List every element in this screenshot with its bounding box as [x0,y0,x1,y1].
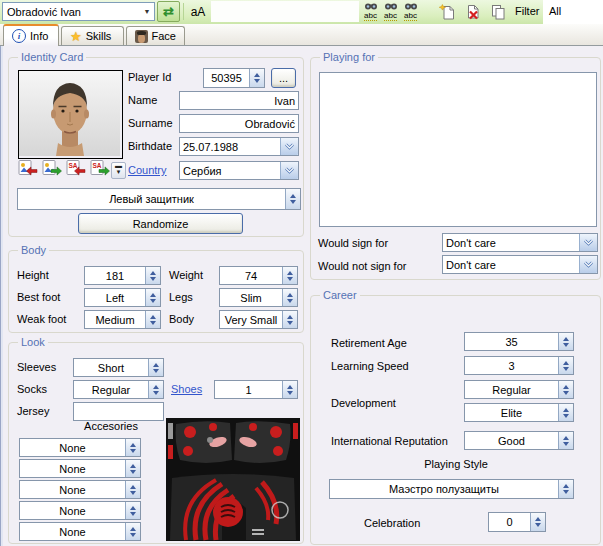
player-id-label: Player Id [128,71,171,83]
weight-spinner[interactable] [282,267,297,284]
playing-for-listbox[interactable] [319,72,597,227]
info-icon: i [12,29,26,43]
country-link[interactable]: Country [128,164,167,176]
shoes-spinner[interactable] [282,381,297,398]
country-dropdown-icon[interactable] [280,162,298,179]
body-type-spinner[interactable] [282,311,297,328]
body-type-field[interactable]: Very Small [219,310,298,329]
look-title: Look [18,336,48,348]
reputation-spinner[interactable] [558,432,573,449]
accessory-1-spinner[interactable] [125,439,140,456]
swap-icon[interactable]: ⇄ [157,1,180,22]
accessory-field-5[interactable]: None [19,522,141,541]
filter-value-box[interactable]: All [543,0,603,24]
player-editor-window: Obradović Ivan ▼ ⇄ aA abc abc abc Filter [0,0,603,546]
socks-field[interactable]: Regular [73,380,164,399]
would-not-sign-dropdown-icon[interactable] [579,256,597,273]
sleeves-field[interactable]: Short [73,358,164,377]
svg-text:SA: SA [93,162,102,169]
height-spinner[interactable] [145,267,160,284]
country-field[interactable]: Сербия [179,161,299,180]
playing-style-label: Playing Style [381,458,531,470]
learning-speed-field[interactable]: 3 [464,356,574,375]
name-field[interactable]: Ivan [179,91,299,110]
reputation-label: International Reputation [331,435,448,447]
import-image-icon[interactable] [16,159,38,178]
export-sa-icon[interactable]: SA [88,159,110,178]
browse-id-button[interactable]: ... [271,68,296,88]
accessory-5-spinner[interactable] [125,523,140,540]
new-player-icon[interactable] [437,2,457,22]
accessory-field-4[interactable]: None [19,501,141,520]
accessories-label: Accesories [61,420,161,432]
weak-foot-spinner[interactable] [145,311,160,328]
sleeves-spinner[interactable] [148,359,163,376]
celebration-spinner[interactable] [530,513,545,531]
tab-face[interactable]: Face [126,26,185,45]
reputation-field[interactable]: Good [464,431,574,450]
position-spinner[interactable] [285,189,300,209]
birthdate-dropdown-icon[interactable] [280,138,298,155]
development-secondary-field[interactable]: Elite [464,403,574,422]
learning-speed-spinner[interactable] [558,357,573,374]
combo-caret-icon[interactable]: ▼ [140,8,154,15]
svg-text:SA: SA [69,162,78,169]
toolbar-blank-area [211,1,359,22]
accessory-4-spinner[interactable] [125,502,140,519]
accessory-2-spinner[interactable] [125,460,140,477]
socks-label: Socks [17,383,47,395]
retirement-age-field[interactable]: 35 [464,332,574,351]
find-abc-icon-2[interactable]: abc [381,2,400,22]
delete-player-icon[interactable] [463,2,483,22]
development-primary-field[interactable]: Regular [464,380,574,399]
would-sign-field[interactable]: Don't care [442,233,598,252]
identity-card-group: Identity Card SA [8,57,304,237]
player-id-spinner[interactable] [249,69,264,87]
would-not-sign-field[interactable]: Don't care [442,255,598,274]
tab-skills[interactable]: ★ Skills [61,26,124,45]
letter-case-icon[interactable]: aA [186,1,210,22]
player-id-field[interactable]: 50395 [203,68,265,88]
randomize-button[interactable]: Randomize [78,213,243,234]
retirement-age-spinner[interactable] [558,333,573,350]
playing-style-field[interactable]: Маэстро полузащиты [329,479,574,499]
player-photo [18,70,123,159]
name-label: Name [128,94,157,106]
export-image-icon[interactable] [40,159,62,178]
legs-spinner[interactable] [282,289,297,306]
accessory-field-1[interactable]: None [19,438,141,457]
would-sign-dropdown-icon[interactable] [579,234,597,251]
birthdate-field[interactable]: 25.07.1988 [179,137,299,156]
accessory-field-3[interactable]: None [19,480,141,499]
tab-info[interactable]: i Info [3,24,59,46]
jersey-field[interactable] [73,402,164,421]
surname-field[interactable]: Obradović [179,114,299,133]
socks-spinner[interactable] [148,381,163,398]
player-select-value: Obradović Ivan [3,6,140,18]
development-secondary-spinner[interactable] [558,404,573,421]
player-select-combobox[interactable]: Obradović Ivan ▼ [2,2,155,21]
playing-style-spinner[interactable] [558,480,573,498]
photo-more-icon[interactable]: ▬▾ [111,162,126,179]
would-not-sign-label: Would not sign for [318,260,406,272]
tab-skills-label: Skills [86,30,112,42]
legs-field[interactable]: Slim [219,288,298,307]
shoes-field[interactable]: 1 [214,380,298,399]
weak-foot-field[interactable]: Medium [84,310,161,329]
position-field[interactable]: Левый защитник [17,188,301,210]
copy-player-icon[interactable] [488,2,508,22]
best-foot-field[interactable]: Left [84,288,161,307]
birthdate-label: Birthdate [128,140,172,152]
accessory-3-spinner[interactable] [125,481,140,498]
surname-label: Surname [128,117,173,129]
weight-field[interactable]: 74 [219,266,298,285]
celebration-field[interactable]: 0 [488,512,546,532]
accessory-field-2[interactable]: None [19,459,141,478]
height-field[interactable]: 181 [84,266,161,285]
development-primary-spinner[interactable] [558,381,573,398]
find-abc-icon-3[interactable]: abc [401,2,420,22]
best-foot-spinner[interactable] [145,289,160,306]
shoes-link[interactable]: Shoes [171,383,202,395]
import-sa-icon[interactable]: SA [64,159,86,178]
find-abc-icon-1[interactable]: abc [361,2,380,22]
